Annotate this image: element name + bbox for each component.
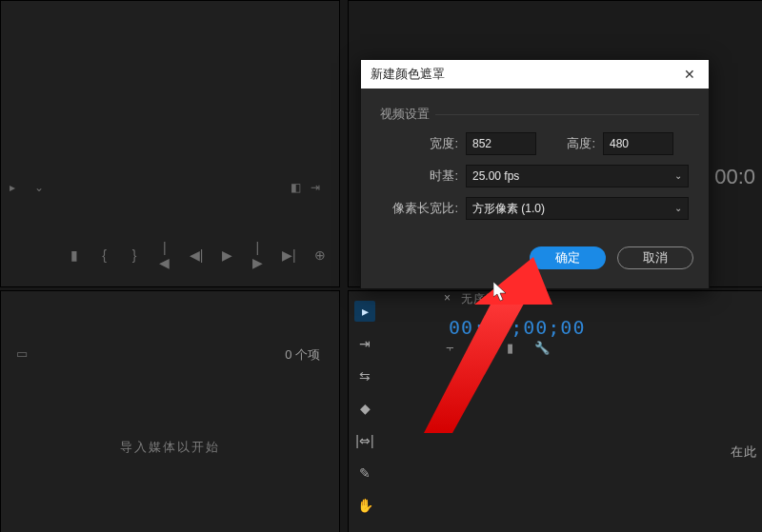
pen-tool[interactable]: ✎	[354, 463, 375, 483]
dialog-title: 新建颜色遮罩	[371, 66, 680, 83]
cancel-button[interactable]: 取消	[617, 246, 693, 269]
timebase-label: 时基:	[390, 167, 458, 185]
go-to-out-icon[interactable]: ▶|	[282, 247, 295, 263]
ok-button[interactable]: 确定	[530, 246, 606, 269]
monitor-small-bar: ▸ ⌄ ◧ ⇥	[0, 177, 337, 198]
chevron-down-icon: ⌄	[674, 198, 682, 219]
width-label: 宽度:	[390, 135, 458, 152]
in-brace-icon[interactable]: {	[99, 247, 110, 263]
hand-tool[interactable]: ✋	[354, 495, 375, 516]
settings-flyout-icon[interactable]: ⇥	[311, 181, 320, 194]
chevron-down-icon: ⌄	[674, 166, 682, 187]
sequence-name-partial: 无序列	[461, 291, 498, 307]
export-frame-icon[interactable]: ⊕	[314, 247, 326, 263]
step-back-icon[interactable]: ◀|	[190, 247, 203, 263]
timeline-timecode[interactable]: 00;00;00;00	[449, 316, 585, 339]
slip-tool[interactable]: |⇔|	[354, 430, 375, 451]
dialog-titlebar[interactable]: 新建颜色遮罩 ✕	[361, 60, 709, 89]
project-panel: ▭ 0 个项 导入媒体以开始	[0, 290, 340, 532]
drop-media-hint: 在此	[731, 443, 757, 461]
timebase-value: 25.00 fps	[472, 166, 519, 187]
zoom-dropdown-icon[interactable]: ⌄	[34, 181, 44, 194]
link-icon[interactable]: ∩	[477, 341, 486, 355]
monitor-dropdown-icon[interactable]: ▸	[10, 181, 15, 194]
add-marker-icon[interactable]: ▮	[69, 247, 80, 263]
par-label: 像素长宽比:	[390, 200, 458, 217]
out-brace-icon[interactable]: }	[129, 247, 140, 263]
folder-icon: ▭	[16, 346, 28, 361]
project-item-count: 0 个项	[285, 346, 320, 364]
height-label: 高度:	[561, 135, 595, 152]
close-sequence-icon[interactable]: ×	[444, 291, 451, 305]
snap-icon[interactable]: ⫟	[444, 341, 456, 355]
timeline-toggle-row: ⫟ ∩ ▮ 🔧	[444, 341, 550, 355]
timeline-panel: ▸ ⇥ ⇆ ◆ |⇔| ✎ ✋ T × 无序列 00;00;00;00 ⫟ ∩ …	[348, 290, 762, 532]
height-input[interactable]: 480	[603, 132, 673, 155]
par-value: 方形像素 (1.0)	[472, 198, 545, 219]
close-icon[interactable]: ✕	[680, 67, 699, 82]
new-color-matte-dialog: 新建颜色遮罩 ✕ 视频设置 宽度: 852 高度: 480 时基: 25.00 …	[360, 59, 710, 289]
playback-controls: ▮ { } |◀ ◀| ▶ |▶ ▶| ⊕	[69, 244, 326, 266]
import-media-hint: 导入媒体以开始	[1, 439, 339, 456]
video-settings-group-label: 视频设置	[380, 106, 693, 123]
half-icon[interactable]: ◧	[291, 181, 301, 194]
timebase-select[interactable]: 25.00 fps ⌄	[466, 165, 689, 187]
step-fwd-icon[interactable]: |▶	[251, 240, 263, 270]
marker-icon[interactable]: ▮	[507, 341, 513, 355]
selection-tool[interactable]: ▸	[354, 301, 375, 322]
razor-tool[interactable]: ◆	[354, 398, 375, 419]
go-to-in-icon[interactable]: |◀	[159, 240, 170, 270]
track-select-tool[interactable]: ⇥	[354, 333, 375, 354]
type-tool[interactable]: T	[354, 527, 375, 532]
par-select[interactable]: 方形像素 (1.0) ⌄	[466, 197, 689, 220]
width-input[interactable]: 852	[466, 132, 536, 155]
ripple-edit-tool[interactable]: ⇆	[354, 365, 375, 386]
settings-icon[interactable]: 🔧	[534, 341, 550, 355]
program-timecode: 00:0	[714, 165, 755, 189]
tool-column: ▸ ⇥ ⇆ ◆ |⇔| ✎ ✋ T	[354, 301, 379, 532]
play-icon[interactable]: ▶	[222, 247, 233, 263]
